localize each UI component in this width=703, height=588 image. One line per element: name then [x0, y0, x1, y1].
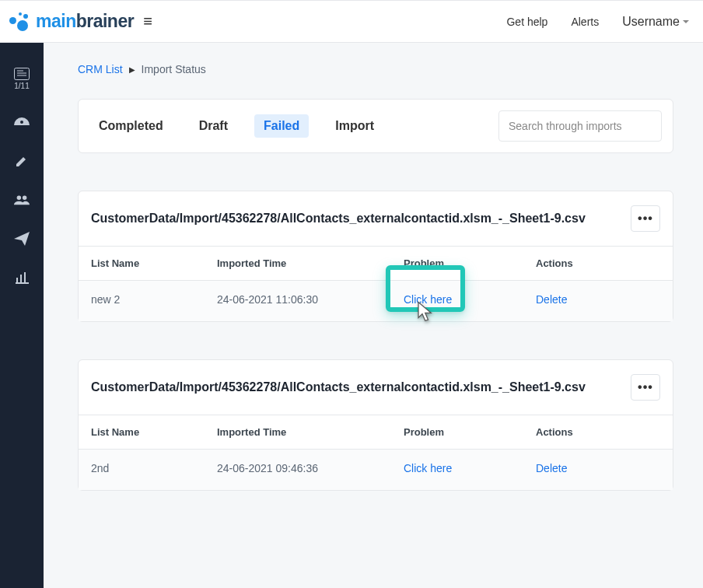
more-options-button[interactable]: ••• — [631, 374, 660, 401]
col-problem: Problem — [404, 257, 536, 269]
table-row: new 2 24-06-2021 11:06:30 Click here Del… — [79, 281, 673, 321]
cell-list-name: 2nd — [85, 462, 217, 474]
get-help-link[interactable]: Get help — [506, 16, 547, 28]
tour-step-label: 1/11 — [14, 82, 29, 90]
breadcrumb-separator-icon: ▶ — [129, 65, 135, 74]
col-list-name: List Name — [85, 257, 217, 269]
svg-point-4 — [17, 196, 21, 200]
username-label: Username — [622, 15, 680, 29]
tab-import[interactable]: Import — [326, 114, 383, 138]
col-actions: Actions — [536, 426, 666, 438]
import-card: CustomerData/Import/45362278/AllContacts… — [78, 359, 673, 491]
col-actions: Actions — [536, 257, 666, 269]
logo[interactable]: mainbrainer — [9, 11, 134, 33]
table-header-row: List Name Imported Time Problem Actions — [79, 247, 673, 281]
delete-link[interactable]: Delete — [536, 462, 567, 474]
users-icon[interactable] — [14, 192, 30, 208]
tab-completed[interactable]: Completed — [89, 114, 173, 138]
col-imported-time: Imported Time — [217, 426, 404, 438]
col-imported-time: Imported Time — [217, 257, 404, 269]
import-file-title: CustomerData/Import/45362278/AllContacts… — [91, 212, 586, 226]
col-list-name: List Name — [85, 426, 217, 438]
tabs-card: Completed Draft Failed Import — [78, 99, 673, 153]
logo-text-2: brainer — [76, 11, 134, 31]
col-problem: Problem — [404, 426, 536, 438]
breadcrumb-current: Import Status — [142, 63, 206, 75]
problem-click-here-link[interactable]: Click here — [404, 462, 452, 474]
cell-list-name: new 2 — [85, 293, 217, 306]
logo-mark-icon — [9, 11, 31, 33]
topbar-right: Get help Alerts Username — [506, 15, 694, 29]
delete-link[interactable]: Delete — [536, 293, 567, 306]
search-input[interactable] — [498, 110, 662, 142]
import-file-title: CustomerData/Import/45362278/AllContacts… — [91, 380, 586, 394]
import-card-header: CustomerData/Import/45362278/AllContacts… — [79, 191, 673, 247]
tab-failed[interactable]: Failed — [254, 114, 309, 138]
svg-rect-0 — [15, 68, 30, 80]
table-header-row: List Name Imported Time Problem Actions — [79, 415, 673, 450]
cell-imported-time: 24-06-2021 11:06:30 — [217, 293, 404, 306]
breadcrumb-root[interactable]: CRM List — [78, 63, 123, 75]
hamburger-menu-icon[interactable]: ≡ — [143, 12, 152, 30]
dashboard-icon[interactable] — [14, 114, 30, 130]
main-content: CRM List ▶ Import Status Completed Draft… — [44, 43, 703, 588]
alerts-link[interactable]: Alerts — [571, 16, 599, 28]
chevron-down-icon — [683, 20, 689, 23]
edit-icon[interactable] — [14, 153, 30, 169]
more-options-button[interactable]: ••• — [631, 205, 660, 232]
import-card-header: CustomerData/Import/45362278/AllContacts… — [79, 360, 673, 415]
logo-text: mainbrainer — [36, 11, 134, 32]
tabs: Completed Draft Failed Import — [89, 114, 383, 138]
table-row: 2nd 24-06-2021 09:46:36 Click here Delet… — [79, 450, 673, 490]
import-card: CustomerData/Import/45362278/AllContacts… — [78, 191, 673, 322]
chart-icon[interactable] — [14, 270, 30, 285]
logo-text-1: main — [36, 11, 76, 31]
breadcrumb: CRM List ▶ Import Status — [78, 63, 673, 75]
tour-icon — [14, 68, 30, 80]
svg-point-5 — [23, 196, 26, 200]
tab-draft[interactable]: Draft — [190, 114, 237, 138]
send-icon[interactable] — [14, 231, 30, 247]
sidebar-tour-step[interactable]: 1/11 — [14, 68, 30, 91]
top-bar: mainbrainer ≡ Get help Alerts Username — [0, 0, 703, 43]
problem-click-here-link[interactable]: Click here — [404, 293, 452, 306]
left-sidebar: 1/11 — [0, 43, 44, 588]
username-menu[interactable]: Username — [622, 15, 689, 29]
cell-imported-time: 24-06-2021 09:46:36 — [217, 462, 404, 474]
